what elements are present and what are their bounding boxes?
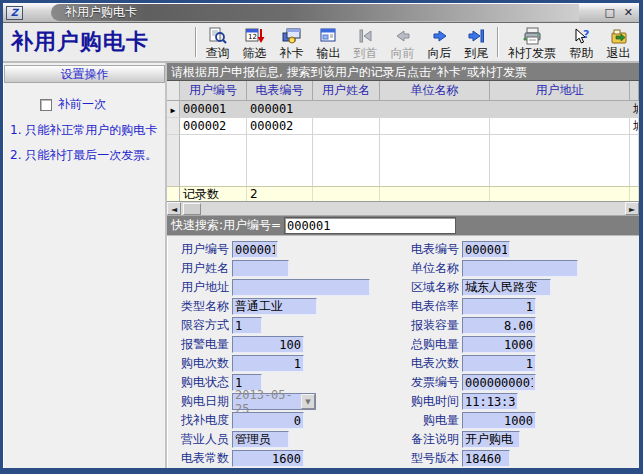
total-energy-field[interactable]	[462, 336, 536, 353]
checkbox-icon[interactable]	[40, 99, 52, 111]
quick-search-input[interactable]	[284, 217, 456, 234]
cell-clipped: 城	[630, 118, 639, 135]
reprint-invoice-icon	[521, 26, 543, 46]
reissue-previous-checkbox-row[interactable]: 补前一次	[40, 96, 165, 113]
user-id-field[interactable]	[232, 241, 278, 258]
record-count-label: 记录数	[180, 187, 247, 201]
remark-field[interactable]	[462, 431, 520, 448]
query-button[interactable]: 查询	[199, 24, 236, 60]
grid-header-row: 用户编号 电表编号 用户姓名 单位名称 用户地址	[167, 81, 639, 101]
previous-record-icon	[393, 26, 413, 46]
column-header-user-name[interactable]: 用户姓名	[313, 81, 380, 101]
svg-text:?: ?	[583, 28, 589, 41]
app-logo-icon: Z	[6, 6, 23, 20]
cell-user-address	[490, 118, 630, 135]
output-icon	[319, 26, 339, 46]
toolbar-separator	[195, 27, 197, 57]
scroll-left-arrow-icon[interactable]: ◄	[167, 202, 181, 215]
type-name-field[interactable]	[232, 298, 317, 315]
meter-count-field[interactable]	[462, 355, 536, 372]
column-header-user-address[interactable]: 用户地址	[490, 81, 630, 101]
quick-search-bar: 快速搜索:用户编号=	[167, 216, 639, 236]
scrollbar-thumb[interactable]	[183, 203, 201, 215]
instruction-bar: 请根据用户申报信息, 搜索到该用户的记录后点击“补卡”或补打发票	[167, 63, 639, 81]
meter-ratio-field[interactable]	[462, 298, 536, 315]
cell-user-id: 000002	[180, 118, 247, 135]
exit-button[interactable]: 退出	[600, 24, 637, 60]
grid-footer-row: 记录数 2	[167, 186, 639, 201]
table-row[interactable]: 000002 000002 城	[167, 118, 639, 135]
installed-capacity-field[interactable]	[462, 317, 536, 334]
help-icon: ?	[572, 26, 592, 46]
filter-icon: 12	[245, 26, 265, 46]
sidebar-note-1: 1. 只能补正常用户的购电卡	[10, 123, 161, 138]
adjustment-energy-field[interactable]	[232, 412, 304, 429]
record-count-value: 2	[247, 187, 313, 201]
table-row[interactable]: ▶ 000001 000001 城	[167, 101, 639, 118]
user-address-field[interactable]	[232, 279, 370, 296]
exit-icon	[609, 26, 629, 46]
cell-user-address	[490, 101, 630, 118]
page-title: 补用户购电卡	[11, 24, 193, 60]
chevron-down-icon[interactable]: ▼	[301, 394, 315, 409]
quick-search-label: 快速搜索:用户编号=	[171, 217, 281, 234]
scroll-right-arrow-icon[interactable]: ►	[625, 202, 639, 215]
cell-user-id: 000001	[180, 101, 247, 118]
purchase-energy-field[interactable]	[462, 412, 536, 429]
toolbar: 补用户购电卡 查询 12 筛选 补卡 输出 到首 向前 向后	[3, 23, 639, 63]
sidebar-note-2: 2. 只能补打最后一次发票。	[10, 148, 161, 163]
column-header-org-name[interactable]: 单位名称	[380, 81, 490, 101]
meter-constant-field[interactable]	[232, 450, 304, 467]
maximize-button[interactable]: □	[604, 7, 614, 18]
next-record-button[interactable]: 向后	[421, 24, 458, 60]
cell-user-name	[313, 101, 380, 118]
title-band: 补用户购电卡	[51, 4, 579, 21]
last-record-icon	[467, 26, 487, 46]
purchase-count-field[interactable]	[232, 355, 304, 372]
sidebar: 设置操作 补前一次 1. 只能补正常用户的购电卡 2. 只能补打最后一次发票。	[3, 63, 167, 468]
output-button[interactable]: 输出	[310, 24, 347, 60]
search-icon	[208, 26, 228, 46]
sidebar-header: 设置操作	[4, 65, 165, 83]
cell-org-name	[380, 101, 490, 118]
toolbar-separator	[497, 27, 499, 57]
main-panel: 请根据用户申报信息, 搜索到该用户的记录后点击“补卡”或补打发票 用户编号 电表…	[167, 63, 639, 468]
purchase-date-combo[interactable]: 2013-05-25 ▼	[232, 393, 316, 410]
capacity-limit-mode-field[interactable]	[232, 317, 262, 334]
checkbox-label: 补前一次	[58, 96, 106, 113]
last-record-button[interactable]: 到尾	[458, 24, 495, 60]
first-record-button[interactable]: 到首	[347, 24, 384, 60]
column-header-user-id[interactable]: 用户编号	[180, 81, 247, 101]
user-grid: 用户编号 电表编号 用户姓名 单位名称 用户地址 ▶ 000001 000001…	[167, 81, 639, 202]
cell-meter-id: 000001	[247, 101, 313, 118]
cell-meter-id: 000002	[247, 118, 313, 135]
user-name-field[interactable]	[232, 260, 289, 277]
alarm-energy-field[interactable]	[232, 336, 304, 353]
cell-org-name	[380, 118, 490, 135]
cell-user-name	[313, 118, 380, 135]
reissue-card-button[interactable]: 补卡	[273, 24, 310, 60]
detail-form: 用户编号 用户姓名 用户地址 类型名称 限容方式 报警电量 购电次数 购电状态 …	[167, 236, 639, 468]
meter-id-field[interactable]	[462, 241, 510, 258]
horizontal-scrollbar[interactable]: ◄ ►	[167, 202, 639, 216]
current-row-indicator: ▶	[167, 101, 180, 118]
row-indicator-header	[167, 81, 180, 101]
area-name-field[interactable]	[462, 279, 551, 296]
column-header-clipped	[630, 81, 639, 101]
purchase-time-field[interactable]	[462, 393, 518, 410]
filter-button[interactable]: 12 筛选	[236, 24, 273, 60]
previous-record-button[interactable]: 向前	[384, 24, 421, 60]
titlebar: Z 补用户购电卡 □ ✕	[3, 3, 639, 23]
operator-field[interactable]	[232, 431, 289, 448]
invoice-no-field[interactable]	[462, 374, 536, 391]
column-header-meter-id[interactable]: 电表编号	[247, 81, 313, 101]
help-button[interactable]: ? 帮助	[563, 24, 600, 60]
reprint-invoice-button[interactable]: 补打发票	[501, 24, 563, 60]
close-button[interactable]: ✕	[624, 7, 633, 18]
cell-clipped: 城	[630, 101, 639, 118]
svg-text:12: 12	[248, 33, 257, 41]
org-name-field[interactable]	[462, 260, 578, 277]
model-version-field[interactable]	[462, 450, 510, 467]
window-title: 补用户购电卡	[65, 4, 137, 21]
app-window: Z 补用户购电卡 □ ✕ 补用户购电卡 查询 12 筛选 补卡 输出	[0, 0, 643, 474]
